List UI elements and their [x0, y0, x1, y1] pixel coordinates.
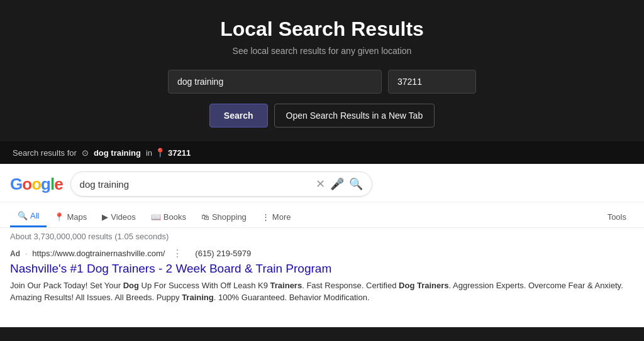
nav-tools[interactable]: Tools: [600, 207, 634, 227]
google-results: About 3,730,000,000 results (1.05 second…: [0, 228, 644, 304]
mic-icon[interactable]: 🎤: [330, 177, 344, 191]
clear-icon[interactable]: ✕: [316, 177, 325, 191]
ad-description: Join Our Pack Today! Set Your Dog Up For…: [10, 279, 634, 304]
page-subtitle: See local search results for any given l…: [13, 46, 631, 56]
nav-books-label: Books: [164, 212, 186, 222]
google-nav: 🔍 All 📍 Maps ▶ Videos 📖 Books 🛍 Shopping…: [0, 202, 644, 228]
status-in: in: [146, 148, 152, 158]
search-query-input[interactable]: [168, 70, 382, 94]
more-icon: ⋮: [262, 212, 270, 222]
all-icon: 🔍: [18, 211, 28, 220]
nav-videos-label: Videos: [111, 212, 136, 222]
status-bar: Search results for ⊙ dog training in 📍 3…: [0, 141, 644, 164]
nav-shopping-label: Shopping: [212, 212, 247, 222]
nav-maps[interactable]: 📍 Maps: [47, 207, 94, 227]
ad-title[interactable]: Nashville's #1 Dog Trainers - 2 Week Boa…: [10, 261, 634, 277]
google-logo: Google: [10, 175, 63, 194]
nav-shopping[interactable]: 🛍 Shopping: [194, 207, 254, 227]
location-icon: 📍: [155, 148, 165, 158]
status-location: 37211: [168, 148, 191, 158]
books-icon: 📖: [151, 212, 161, 222]
ad-result: Ad · https://www.dogtrainernashville.com…: [10, 247, 634, 304]
status-prefix: Search results for: [13, 148, 77, 158]
search-bar-row: [13, 70, 631, 94]
google-search-text: dog training: [80, 179, 311, 190]
results-wrapper: Google dog training ✕ 🎤 🔍 🔍 All 📍 Maps ▶…: [0, 164, 644, 327]
ad-phone: (615) 219-5979: [195, 249, 251, 258]
top-section: Local Search Results See local search re…: [0, 0, 644, 141]
ad-url[interactable]: https://www.dogtrainernashville.com/: [32, 249, 165, 258]
google-header: Google dog training ✕ 🎤 🔍: [0, 164, 644, 202]
videos-icon: ▶: [102, 212, 108, 222]
nav-videos[interactable]: ▶ Videos: [94, 207, 143, 227]
maps-icon: 📍: [54, 212, 64, 222]
results-count: About 3,730,000,000 results (1.05 second…: [10, 232, 634, 241]
lens-icon[interactable]: 🔍: [349, 177, 363, 191]
search-button[interactable]: Search: [209, 104, 268, 127]
shopping-icon: 🛍: [201, 212, 209, 222]
nav-maps-label: Maps: [67, 212, 87, 222]
nav-all[interactable]: 🔍 All: [10, 206, 47, 227]
nav-all-label: All: [30, 211, 39, 220]
nav-more[interactable]: ⋮ More: [254, 207, 299, 227]
nav-more-label: More: [272, 212, 291, 222]
google-search-box[interactable]: dog training ✕ 🎤 🔍: [70, 171, 372, 197]
new-tab-button[interactable]: Open Search Results in a New Tab: [274, 104, 435, 127]
google-panel: Google dog training ✕ 🎤 🔍 🔍 All 📍 Maps ▶…: [0, 164, 644, 327]
status-query: dog training: [94, 148, 141, 158]
page-title: Local Search Results: [13, 18, 631, 41]
button-row: Search Open Search Results in a New Tab: [13, 104, 631, 127]
ad-url-row: Ad · https://www.dogtrainernashville.com…: [10, 247, 634, 259]
location-input[interactable]: [388, 70, 476, 94]
ad-badge: Ad: [10, 249, 20, 258]
nav-books[interactable]: 📖 Books: [143, 207, 194, 227]
